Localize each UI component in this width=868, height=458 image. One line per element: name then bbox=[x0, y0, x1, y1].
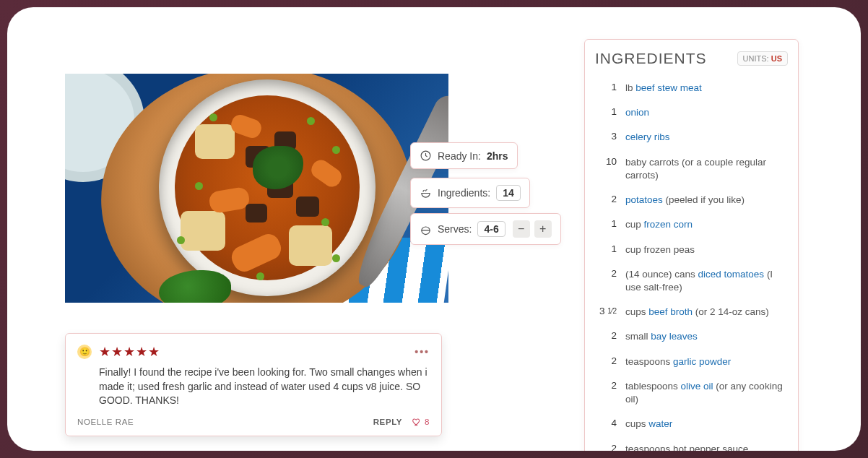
ingredients-table: 1lb beef stew meat1onion3celery ribs10ba… bbox=[595, 76, 788, 451]
ingredient-qty: 2 bbox=[595, 324, 622, 349]
ingredient-desc: teaspoons hot pepper sauce bbox=[622, 437, 788, 451]
serves-value: 4-6 bbox=[477, 221, 505, 237]
review-body: Finally! I found the recipe i've been lo… bbox=[99, 366, 430, 408]
ingredients-count-chip: Ingredients: 14 bbox=[410, 178, 530, 208]
ingredient-row: 1onion bbox=[595, 100, 788, 125]
serves-label: Serves: bbox=[438, 223, 472, 235]
ingredients-title: INGREDIENTS bbox=[595, 50, 707, 67]
ingredient-link[interactable]: frozen corn bbox=[644, 219, 693, 230]
ingredient-row: 2small bay leaves bbox=[595, 324, 788, 349]
review-menu-button[interactable]: ••• bbox=[415, 346, 430, 358]
ingredient-desc: (14 ounce) cans diced tomatoes (I use sa… bbox=[622, 262, 788, 300]
ingredient-link[interactable]: potatoes bbox=[625, 194, 663, 205]
ingredient-link[interactable]: water bbox=[648, 418, 672, 429]
ingredient-qty: 4 bbox=[595, 412, 622, 436]
review-avatar: 🙂 bbox=[77, 345, 92, 359]
ingredient-row: 3 1⁄2cups beef broth (or 2 14-oz cans) bbox=[595, 300, 788, 324]
ingredient-link[interactable]: beef stew meat bbox=[635, 82, 702, 93]
ingredient-qty: 1 bbox=[595, 212, 622, 237]
ingredient-row: 2potatoes (peeled if you like) bbox=[595, 188, 788, 212]
ingredient-desc: celery ribs bbox=[622, 125, 788, 150]
ingredient-desc: cup frozen corn bbox=[622, 212, 788, 237]
units-label: UNITS: bbox=[743, 54, 769, 63]
serves-chip: Serves: 4-6 − + bbox=[410, 213, 561, 245]
ingredient-link[interactable]: beef broth bbox=[648, 306, 693, 317]
ingredients-panel: INGREDIENTS UNITS: US 1lb beef stew meat… bbox=[584, 39, 799, 451]
bowl-icon bbox=[420, 187, 432, 199]
ingredient-link[interactable]: olive oil bbox=[681, 381, 713, 392]
ingredient-qty: 2 bbox=[595, 188, 622, 212]
ingredient-row: 2teaspoons garlic powder bbox=[595, 350, 788, 374]
ingredient-qty: 2 bbox=[595, 262, 622, 300]
heart-icon bbox=[411, 417, 421, 427]
ingredient-row: 4cups water bbox=[595, 412, 788, 436]
ingredient-desc: lb beef stew meat bbox=[622, 76, 788, 100]
ingredient-row: 1cup frozen peas bbox=[595, 238, 788, 262]
ingredient-desc: teaspoons garlic powder bbox=[622, 350, 788, 374]
clock-icon bbox=[420, 150, 432, 162]
review-card: 🙂 ★★★★★ ••• Finally! I found the recipe … bbox=[65, 333, 442, 436]
review-like-button[interactable]: 8 bbox=[411, 417, 430, 427]
ingredient-desc: small bay leaves bbox=[622, 324, 788, 349]
units-toggle[interactable]: UNITS: US bbox=[737, 51, 788, 66]
page-frame: Ready In: 2hrs Ingredients: 14 Serves: 4… bbox=[7, 7, 861, 451]
ingredient-link[interactable]: onion bbox=[625, 107, 649, 118]
recipe-hero-image bbox=[65, 74, 448, 303]
review-author: NOELLE RAE bbox=[77, 418, 134, 426]
ingredient-row: 3celery ribs bbox=[595, 125, 788, 150]
ready-in-label: Ready In: bbox=[438, 150, 481, 162]
ingredient-qty: 1 bbox=[595, 100, 622, 125]
serves-increment-button[interactable]: + bbox=[534, 220, 552, 238]
ingredient-row: 2(14 ounce) cans diced tomatoes (I use s… bbox=[595, 262, 788, 300]
ingredients-count-value: 14 bbox=[496, 185, 521, 201]
ingredient-row: 2teaspoons hot pepper sauce bbox=[595, 437, 788, 451]
ingredient-link[interactable]: bay leaves bbox=[651, 331, 698, 342]
serves-decrement-button[interactable]: − bbox=[513, 220, 530, 238]
ingredient-desc: tablespoons olive oil (or any cooking oi… bbox=[622, 374, 788, 412]
ingredient-qty: 1 bbox=[595, 76, 622, 100]
units-value: US bbox=[771, 54, 782, 63]
ingredient-row: 2tablespoons olive oil (or any cooking o… bbox=[595, 374, 788, 412]
ingredient-row: 1cup frozen corn bbox=[595, 212, 788, 237]
ingredient-qty: 10 bbox=[595, 150, 622, 188]
ingredient-desc: onion bbox=[622, 100, 788, 125]
ingredient-link[interactable]: diced tomatoes bbox=[698, 269, 765, 280]
ingredients-count-label: Ingredients: bbox=[438, 187, 490, 199]
ingredient-desc: cup frozen peas bbox=[622, 238, 788, 262]
ingredient-row: 10baby carrots (or a couple regular carr… bbox=[595, 150, 788, 188]
ingredient-qty: 2 bbox=[595, 374, 622, 412]
ingredient-row: 1lb beef stew meat bbox=[595, 76, 788, 100]
ingredient-desc: cups water bbox=[622, 412, 788, 436]
ingredient-desc: potatoes (peeled if you like) bbox=[622, 188, 788, 212]
ready-in-chip: Ready In: 2hrs bbox=[410, 142, 518, 169]
ingredient-desc: baby carrots (or a couple regular carrot… bbox=[622, 150, 788, 188]
ingredient-qty: 3 bbox=[595, 125, 622, 150]
review-stars: ★★★★★ bbox=[99, 344, 160, 360]
serves-icon bbox=[420, 223, 432, 236]
ingredient-qty: 2 bbox=[595, 350, 622, 374]
ingredient-qty: 3 1⁄2 bbox=[595, 300, 622, 324]
ingredient-link[interactable]: garlic powder bbox=[673, 356, 731, 367]
ready-in-value: 2hrs bbox=[487, 150, 508, 162]
ingredient-qty: 1 bbox=[595, 238, 622, 262]
review-like-count: 8 bbox=[425, 418, 430, 426]
review-reply-button[interactable]: REPLY bbox=[373, 418, 402, 426]
ingredient-desc: cups beef broth (or 2 14-oz cans) bbox=[622, 300, 788, 324]
ingredient-link[interactable]: celery ribs bbox=[625, 131, 670, 142]
ingredient-qty: 2 bbox=[595, 437, 622, 451]
